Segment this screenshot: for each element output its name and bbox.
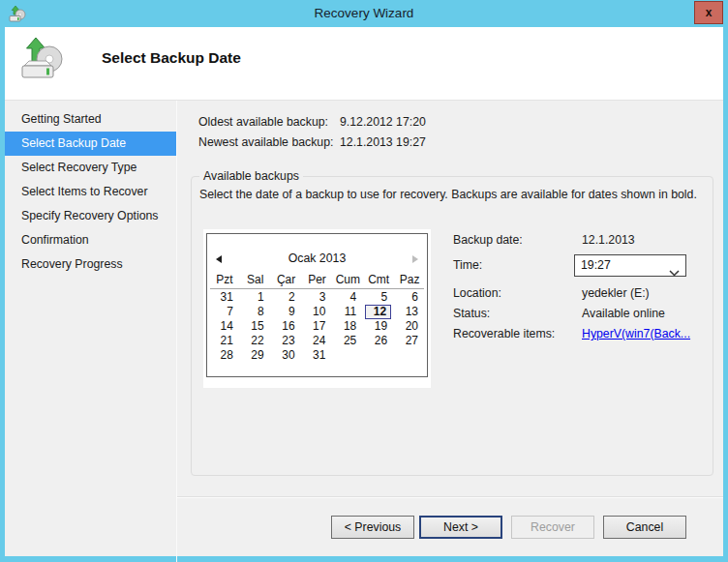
step-confirmation: Confirmation (5, 228, 176, 252)
step-specify-recovery-options: Specify Recovery Options (5, 204, 176, 228)
calendar-next-month-icon[interactable] (412, 255, 418, 263)
calendar-day-empty (363, 348, 394, 363)
cancel-button[interactable]: Cancel (603, 516, 686, 539)
recovery-wizard-window: Recovery Wizard x Select Backup Date Get… (0, 0, 728, 562)
calendar-day[interactable]: 5 (363, 290, 394, 305)
calendar-day[interactable]: 18 (332, 319, 363, 334)
group-title: Available backups (199, 169, 303, 183)
day-header-sal: Sal (240, 273, 271, 286)
calendar-day[interactable]: 29 (240, 348, 271, 363)
status-value: Available online (582, 307, 665, 320)
recoverable-items-row: Recoverable items: HyperV(win7(Back... (453, 327, 710, 342)
calendar-day[interactable]: 20 (394, 319, 425, 334)
calendar-day[interactable]: 4 (332, 290, 363, 305)
newest-backup-label: Newest available backup: (198, 135, 333, 149)
calendar-day[interactable]: 1 (240, 290, 271, 305)
calendar-day[interactable]: 13 (394, 305, 425, 319)
close-button[interactable]: x (694, 1, 723, 24)
day-header-paz: Paz (394, 273, 425, 286)
calendar-divider (210, 288, 424, 289)
calendar-day[interactable]: 14 (209, 319, 240, 334)
calendar-day[interactable]: 28 (209, 348, 240, 363)
calendar-day[interactable]: 10 (302, 305, 333, 319)
calendar-day-empty (394, 348, 425, 363)
day-header-cum: Cum (332, 273, 363, 286)
calendar-day[interactable]: 23 (271, 334, 302, 348)
day-header-per: Per (302, 273, 333, 286)
calendar-day[interactable]: 22 (240, 334, 271, 348)
status-row: Status: Available online (453, 307, 710, 322)
step-getting-started: Getting Started (5, 107, 176, 132)
oldest-backup-label: Oldest available backup: (198, 115, 328, 129)
calendar-day[interactable]: 31 (302, 348, 333, 363)
calendar-day[interactable]: 7 (209, 305, 240, 319)
chevron-down-icon (669, 263, 680, 281)
page-title: Select Backup Date (102, 49, 241, 67)
next-button[interactable]: Next > (419, 516, 502, 539)
window-content: Select Backup Date Getting Started Selec… (5, 27, 723, 556)
location-value: yedekler (E:) (582, 286, 650, 300)
calendar-day-headers: Pzt Sal Çar Per Cum Cmt Paz (209, 273, 425, 286)
step-select-recovery-type: Select Recovery Type (5, 156, 176, 180)
newest-backup-row: Newest available backup: 12.1.2013 19:27 (198, 135, 605, 151)
titlebar: Recovery Wizard x (0, 0, 728, 27)
footer-divider (177, 496, 723, 498)
backup-date-value: 12.1.2013 (582, 233, 635, 247)
time-select-value: 19:27 (581, 258, 611, 272)
recover-button[interactable]: Recover (511, 516, 594, 539)
calendar-day[interactable]: 21 (209, 334, 240, 348)
backup-date-label: Backup date: (453, 233, 523, 247)
backup-drive-icon (19, 36, 64, 80)
calendar-grid: 31 1 2 3 4 5 6 7 8 9 10 11 12 13 (209, 290, 425, 363)
calendar-day[interactable]: 25 (332, 334, 363, 348)
calendar-day[interactable]: 3 (302, 290, 333, 305)
previous-button[interactable]: < Previous (331, 516, 414, 539)
calendar-day[interactable]: 11 (332, 305, 363, 319)
wizard-header: Select Backup Date (5, 27, 723, 101)
calendar: Ocak 2013 Pzt Sal Çar Per Cum Cmt Paz 31 (203, 229, 431, 388)
calendar-day-empty (332, 348, 363, 363)
step-select-backup-date: Select Backup Date (5, 132, 176, 156)
calendar-day[interactable]: 6 (394, 290, 425, 305)
calendar-day[interactable]: 15 (240, 319, 271, 334)
time-select[interactable]: 19:27 (574, 254, 686, 277)
calendar-day[interactable]: 24 (302, 334, 333, 348)
recoverable-items-label: Recoverable items: (453, 327, 555, 340)
calendar-day-selected[interactable]: 12 (365, 305, 391, 319)
backup-date-row: Backup date: 12.1.2013 (453, 233, 710, 249)
calendar-day[interactable]: 19 (363, 319, 394, 334)
calendar-day[interactable]: 17 (302, 319, 333, 334)
day-header-car: Çar (271, 273, 302, 286)
calendar-day[interactable]: 16 (271, 319, 302, 334)
calendar-day[interactable]: 2 (271, 290, 302, 305)
available-backups-group: Available backups Select the date of a b… (191, 176, 713, 476)
recoverable-items-link[interactable]: HyperV(win7(Back... (582, 327, 690, 340)
wizard-steps-sidebar: Getting Started Select Backup Date Selec… (5, 101, 177, 562)
time-label: Time: (453, 258, 482, 272)
day-header-cmt: Cmt (363, 273, 394, 286)
calendar-month-label: Ocak 2013 (207, 251, 427, 265)
calendar-day[interactable]: 30 (271, 348, 302, 363)
step-select-items-to-recover: Select Items to Recover (5, 180, 176, 204)
group-instruction: Select the date of a backup to use for r… (199, 188, 697, 201)
calendar-day[interactable]: 8 (240, 305, 271, 319)
step-recovery-progress: Recovery Progress (5, 252, 176, 277)
newest-backup-value: 12.1.2013 19:27 (340, 135, 426, 149)
day-header-pzt: Pzt (209, 273, 240, 286)
calendar-day[interactable]: 26 (363, 334, 394, 348)
location-row: Location: yedekler (E:) (453, 286, 710, 302)
window-title: Recovery Wizard (0, 0, 728, 27)
calendar-box: Ocak 2013 Pzt Sal Çar Per Cum Cmt Paz 31 (206, 233, 428, 377)
status-label: Status: (453, 307, 490, 320)
calendar-day[interactable]: 9 (271, 305, 302, 319)
oldest-backup-value: 9.12.2012 17:20 (340, 115, 426, 129)
oldest-backup-row: Oldest available backup: 9.12.2012 17:20 (198, 115, 605, 131)
location-label: Location: (453, 286, 501, 300)
calendar-day[interactable]: 31 (209, 290, 240, 305)
calendar-day[interactable]: 27 (394, 334, 425, 348)
